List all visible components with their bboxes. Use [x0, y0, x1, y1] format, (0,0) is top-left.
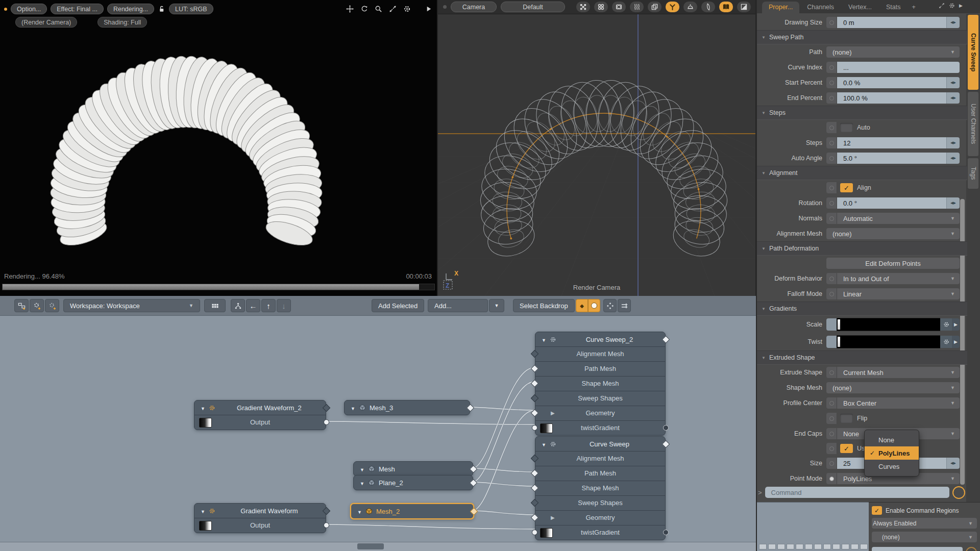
- gear-icon[interactable]: [949, 3, 955, 9]
- tab-channels[interactable]: Channels: [800, 2, 841, 13]
- collapse-triangle-icon[interactable]: [201, 507, 205, 515]
- auto-angle-value[interactable]: 5.0 °: [837, 153, 946, 164]
- input-geometry[interactable]: Geometry: [535, 406, 665, 421]
- node-header[interactable]: Plane_2: [354, 475, 473, 490]
- flip-checkbox[interactable]: [840, 414, 853, 423]
- section-steps[interactable]: Steps: [757, 106, 967, 120]
- output-row[interactable]: Output: [194, 415, 326, 430]
- lock-icon[interactable]: [158, 5, 165, 13]
- person-icon[interactable]: [666, 2, 679, 12]
- leaf-icon[interactable]: [701, 2, 715, 12]
- pan-icon[interactable]: [346, 5, 354, 13]
- section-extruded-shape[interactable]: Extruded Shape: [757, 350, 967, 365]
- region-mode-dropdown[interactable]: Always Enabled▼: [872, 518, 977, 529]
- collapse-triangle-icon[interactable]: [360, 465, 364, 473]
- channel-dot[interactable]: [826, 77, 837, 88]
- rotation-spinner[interactable]: [946, 197, 960, 209]
- end-percent-spinner[interactable]: [946, 92, 960, 104]
- zoom-icon[interactable]: [375, 5, 382, 13]
- gradient-expand-arrow[interactable]: [952, 318, 960, 331]
- channel-dot[interactable]: [826, 443, 837, 454]
- input-pin[interactable]: [532, 530, 537, 535]
- collapse-triangle-icon[interactable]: [351, 404, 355, 412]
- side-tab-user-channels[interactable]: User Channels: [968, 92, 978, 156]
- drawing-size-value[interactable]: 0 m: [837, 17, 946, 28]
- gear-icon[interactable]: [403, 5, 411, 13]
- options-button[interactable]: Option...: [11, 4, 47, 14]
- bell-icon[interactable]: [683, 2, 697, 12]
- node-header[interactable]: Gradient Waveform: [194, 504, 326, 518]
- scale-gradient-bar[interactable]: [837, 318, 940, 331]
- input-pin[interactable]: [532, 425, 537, 431]
- waves-icon[interactable]: [630, 2, 644, 12]
- twist-gradient-bar[interactable]: [837, 335, 940, 348]
- node-header[interactable]: Gradient Waveform_2: [194, 400, 326, 415]
- quad-circles-icon[interactable]: [594, 2, 608, 12]
- gradient-expand-arrow[interactable]: [952, 336, 960, 348]
- menu-item-polylines[interactable]: ✓PolyLines: [865, 446, 919, 460]
- gradient-chip[interactable]: [826, 318, 837, 331]
- node-curve-sweep-2[interactable]: Curve Sweep_2 Alignment Mesh Path Mesh S…: [535, 332, 666, 436]
- render-camera-button[interactable]: (Render Camera): [15, 17, 77, 28]
- section-path-deformation[interactable]: Path Deformation: [757, 241, 967, 256]
- collapse-triangle-icon[interactable]: [357, 508, 362, 515]
- node-mesh-2-selected[interactable]: Mesh_2: [350, 503, 474, 519]
- channel-dot[interactable]: [826, 197, 837, 209]
- node-gradient-waveform-2[interactable]: Gradient Waveform_2 Output: [194, 400, 326, 430]
- stacked-squares-icon[interactable]: [648, 2, 662, 12]
- channel-dot[interactable]: [826, 17, 837, 28]
- shape-mesh-dropdown[interactable]: (none)▼: [826, 382, 960, 393]
- node-header[interactable]: Mesh_3: [345, 400, 470, 415]
- edit-deform-points-button[interactable]: Edit Deform Points: [826, 258, 960, 269]
- node-mesh-3[interactable]: Mesh_3: [344, 400, 470, 415]
- side-tab-tags[interactable]: Tags: [968, 158, 978, 189]
- profile-center-dropdown[interactable]: Box Center▼: [837, 397, 960, 409]
- channel-dot[interactable]: [826, 397, 837, 409]
- section-sweep-path[interactable]: Sweep Path: [757, 30, 967, 44]
- channel-dot[interactable]: [826, 273, 837, 284]
- tab-vertex[interactable]: Vertex...: [842, 2, 878, 13]
- curve-index-value[interactable]: ...: [837, 62, 960, 73]
- normals-dropdown[interactable]: Automatic▼: [837, 213, 960, 224]
- end-percent-value[interactable]: 100.0 %: [837, 92, 946, 104]
- gradient-marker[interactable]: [838, 319, 840, 330]
- menu-item-curves[interactable]: Curves: [865, 460, 919, 473]
- input-geometry[interactable]: Geometry: [535, 511, 665, 525]
- checkerboard-icon[interactable]: [576, 2, 590, 12]
- start-percent-spinner[interactable]: [946, 77, 960, 88]
- viewport-camera-dropdown[interactable]: Camera: [451, 2, 497, 12]
- node-curve-sweep[interactable]: Curve Sweep Alignment Mesh Path Mesh Sha…: [535, 436, 666, 540]
- gear-icon[interactable]: [940, 336, 952, 348]
- node-header[interactable]: Mesh_2: [351, 504, 473, 518]
- enable-command-regions-checkbox[interactable]: [872, 506, 882, 515]
- tab-stats[interactable]: Stats: [879, 2, 908, 13]
- expand-icon[interactable]: [389, 5, 397, 13]
- output-pin[interactable]: [324, 522, 329, 528]
- shaded-triangle-icon[interactable]: [737, 2, 751, 12]
- input-sweep-shapes[interactable]: Sweep Shapes: [535, 391, 665, 406]
- shading-button[interactable]: Shading: Full: [97, 17, 147, 28]
- steps-spinner[interactable]: [946, 137, 960, 148]
- channel-dot[interactable]: [826, 367, 837, 378]
- channel-dot[interactable]: [826, 92, 837, 104]
- collapse-triangle-icon[interactable]: [542, 440, 546, 448]
- steps-value[interactable]: 12: [837, 137, 946, 148]
- extrude-shape-dropdown[interactable]: Current Mesh▼: [837, 367, 960, 378]
- input-path-mesh[interactable]: Path Mesh: [535, 362, 665, 377]
- channel-dot[interactable]: [826, 153, 837, 164]
- path-dropdown[interactable]: (none)▼: [826, 46, 960, 58]
- use-current-size-checkbox[interactable]: [840, 444, 853, 453]
- node-header[interactable]: Mesh: [354, 462, 473, 476]
- channel-dot[interactable]: [826, 428, 837, 439]
- node-mesh[interactable]: Mesh: [353, 461, 473, 477]
- region-history-button[interactable]: [966, 547, 977, 551]
- input-twist-gradient[interactable]: twistGradient: [535, 421, 665, 435]
- output-pin[interactable]: [663, 530, 669, 535]
- deform-behavior-dropdown[interactable]: In to and Out of▼: [837, 273, 960, 284]
- collapse-triangle-icon[interactable]: [542, 336, 546, 343]
- gradient-marker[interactable]: [838, 337, 840, 347]
- book-icon[interactable]: [719, 2, 733, 12]
- node-header[interactable]: Curve Sweep: [535, 437, 665, 452]
- channel-dot[interactable]: [826, 458, 837, 469]
- output-pin[interactable]: [324, 419, 329, 425]
